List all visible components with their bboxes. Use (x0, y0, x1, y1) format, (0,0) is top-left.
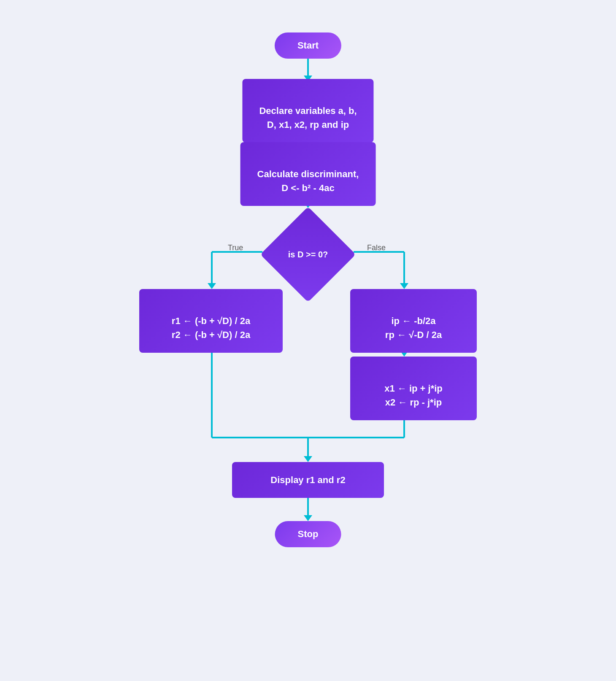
complex-part2-node: x1 ← ip + j*ip x2 ← rp - j*ip (350, 357, 477, 420)
false-label: False (367, 243, 386, 252)
true-label: True (228, 243, 243, 252)
start-node: Start (275, 32, 341, 59)
declare-node: Declare variables a, b, D, x1, x2, rp an… (242, 79, 373, 143)
svg-marker-18 (304, 456, 312, 462)
svg-marker-8 (208, 283, 216, 289)
real-roots-node: r1 ← (-b + √D) / 2a r2 ← (-b + √D) / 2a (139, 289, 283, 353)
stop-node: Stop (275, 521, 341, 547)
svg-marker-11 (400, 283, 408, 289)
calc-disc-node: Calculate discriminant, D <- b² - 4ac (240, 142, 376, 206)
flowchart: Start Declare variables a, b, D, x1, x2,… (118, 24, 498, 657)
complex-part1-node: ip ← -b/2a rp ← √-D / 2a (350, 289, 477, 353)
display-node: Display r1 and r2 (232, 462, 384, 498)
decision-node: is D >= 0? (262, 208, 354, 301)
svg-marker-20 (304, 515, 312, 521)
